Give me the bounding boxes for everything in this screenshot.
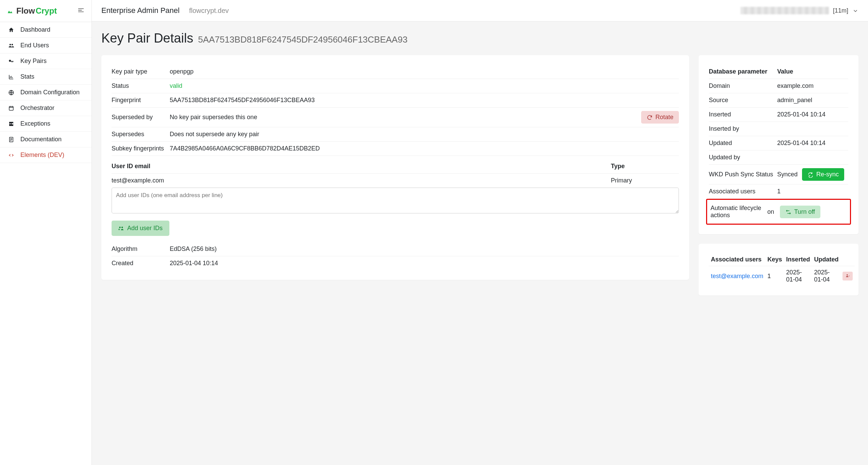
value-lifecycle: on	[767, 208, 774, 215]
globe-icon	[7, 89, 15, 96]
remove-user-button[interactable]	[842, 272, 853, 280]
sidebar-item-orchestrator[interactable]: Orchestrator	[0, 100, 91, 116]
nav: Dashboard End Users Key Pairs Stats Doma…	[0, 22, 91, 163]
label-algorithm: Algorithm	[112, 245, 164, 253]
turn-off-label: Turn off	[794, 208, 815, 215]
dbparam-header-value: Value	[777, 65, 848, 79]
page-title: Key Pair Details 5AA7513BD818F6247545DF2…	[101, 31, 858, 46]
sidebar-item-label: End Users	[20, 42, 49, 49]
label-updated-by: Updated by	[709, 150, 777, 165]
turn-off-button[interactable]: Turn off	[780, 206, 820, 218]
db-params-card: Database parameter Value Domain example.…	[699, 55, 858, 234]
assoc-header-updated: Updated	[812, 253, 840, 266]
value-supersedes: Does not supersede any key pair	[170, 131, 679, 138]
label-fingerprint: Fingerprint	[112, 97, 164, 104]
swap-icon	[785, 208, 791, 215]
assoc-header-inserted: Inserted	[784, 253, 812, 266]
calendar-icon	[7, 105, 15, 112]
svg-rect-1	[9, 107, 13, 110]
sidebar-item-label: Documentation	[20, 136, 62, 143]
assoc-header-users: Associated users	[709, 253, 765, 266]
document-icon	[7, 136, 15, 143]
resync-label: Re-sync	[816, 171, 839, 178]
label-subkey-fingerprints: Subkey fingerprints	[112, 145, 164, 152]
value-status: valid	[170, 82, 679, 90]
logo-icon	[7, 6, 14, 16]
assoc-user-inserted: 2025-01-04	[784, 266, 812, 286]
menu-toggle-icon[interactable]	[77, 6, 85, 16]
value-superseded-by: No key pair supersedes this one	[170, 114, 636, 121]
value-domain: example.com	[777, 79, 848, 93]
userid-header-email: User ID email	[112, 163, 611, 170]
resync-button[interactable]: Re-sync	[802, 168, 844, 181]
sidebar-item-elements-dev[interactable]: Elements (DEV)	[0, 147, 91, 163]
sidebar-item-label: Domain Configuration	[20, 89, 80, 96]
label-domain: Domain	[709, 79, 777, 93]
userid-header-type: Type	[611, 163, 679, 170]
label-status: Status	[112, 82, 164, 90]
value-assoc-users: 1	[777, 185, 848, 199]
sidebar-item-end-users[interactable]: End Users	[0, 38, 91, 53]
label-source: Source	[709, 93, 777, 108]
sidebar: FlowCrypt Dashboard End Users Key Pairs …	[0, 0, 92, 465]
redacted-user	[740, 7, 829, 14]
rotate-icon	[647, 114, 653, 121]
value-subkey-fingerprints: 7A4B2985A0466A0A6C9CF8BB6D782D4AE15DB2ED	[170, 145, 679, 152]
label-assoc-users: Associated users	[709, 185, 777, 199]
sync-icon	[807, 171, 814, 178]
value-inserted-by	[777, 122, 848, 136]
label-lifecycle: Automatic lifecycle actions	[711, 203, 767, 221]
sidebar-item-dashboard[interactable]: Dashboard	[0, 22, 91, 38]
assoc-header-keys: Keys	[765, 253, 784, 266]
code-icon	[7, 151, 15, 159]
value-updated-by	[777, 150, 848, 165]
account-menu[interactable]: [11m]	[740, 7, 858, 14]
page-heading: Key Pair Details	[101, 31, 193, 46]
value-algorithm: EdDSA (256 bits)	[170, 245, 679, 253]
rotate-button[interactable]: Rotate	[641, 111, 679, 124]
add-user-ids-button[interactable]: Add user IDs	[112, 221, 169, 236]
key-icon	[7, 58, 15, 65]
key-details-card: Key pair type openpgp Status valid Finge…	[101, 55, 689, 280]
logo-text-flow: Flow	[16, 6, 35, 16]
sidebar-item-label: Dashboard	[20, 26, 50, 33]
sidebar-item-documentation[interactable]: Documentation	[0, 132, 91, 147]
sidebar-item-key-pairs[interactable]: Key Pairs	[0, 53, 91, 69]
chart-icon	[7, 73, 15, 80]
label-created: Created	[112, 260, 164, 267]
assoc-user-link[interactable]: test@example.com	[711, 273, 763, 279]
sidebar-item-domain-configuration[interactable]: Domain Configuration	[0, 85, 91, 100]
sidebar-item-label: Elements (DEV)	[20, 151, 64, 159]
topbar-domain: flowcrypt.dev	[189, 7, 229, 15]
value-updated: 2025-01-04 10:14	[777, 136, 848, 150]
userid-type: Primary	[611, 177, 679, 184]
topbar-title: Enterprise Admin Panel	[101, 6, 180, 15]
home-icon	[7, 26, 15, 33]
topbar: Enterprise Admin Panel flowcrypt.dev [11…	[92, 0, 868, 21]
chevron-down-icon[interactable]	[852, 7, 858, 14]
label-supersedes: Supersedes	[112, 131, 164, 138]
add-users-icon	[118, 225, 124, 232]
rotate-label: Rotate	[655, 114, 673, 121]
dbparam-header-param: Database parameter	[709, 65, 777, 79]
value-fingerprint: 5AA7513BD818F6247545DF24956046F13CBEAA93	[170, 97, 679, 104]
userid-email: test@example.com	[112, 177, 611, 184]
logo[interactable]: FlowCrypt	[7, 6, 57, 16]
sidebar-item-label: Exceptions	[20, 120, 50, 127]
lifecycle-highlight: Automatic lifecycle actions on Turn off	[706, 199, 851, 225]
label-inserted: Inserted	[709, 108, 777, 122]
assoc-user-keys: 1	[765, 266, 784, 286]
sidebar-item-exceptions[interactable]: Exceptions	[0, 116, 91, 132]
add-userid-textarea[interactable]	[112, 188, 679, 213]
label-key-type: Key pair type	[112, 68, 164, 75]
value-wkd-status: Synced Re-sync	[777, 165, 848, 185]
label-superseded-by: Superseded by	[112, 114, 164, 121]
sidebar-item-label: Key Pairs	[20, 58, 47, 65]
logo-text-crypt: Crypt	[36, 6, 57, 16]
sidebar-item-label: Orchestrator	[20, 105, 54, 112]
page-fingerprint: 5AA7513BD818F6247545DF24956046F13CBEAA93	[198, 34, 407, 45]
users-icon	[7, 42, 15, 49]
value-inserted: 2025-01-04 10:14	[777, 108, 848, 122]
sidebar-item-stats[interactable]: Stats	[0, 69, 91, 85]
value-created: 2025-01-04 10:14	[170, 260, 679, 267]
